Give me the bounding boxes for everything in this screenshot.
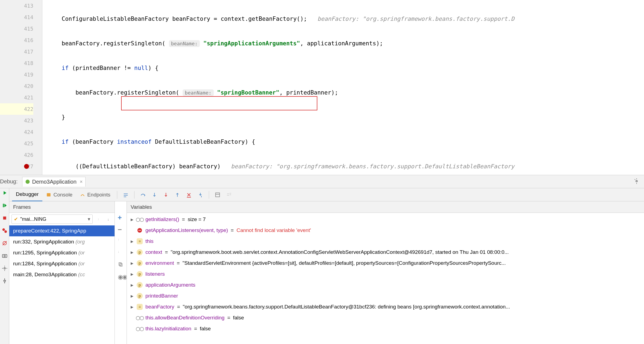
variable-row[interactable]: ▶≡beanFactory = "org.springframework.bea… xyxy=(127,301,644,312)
inline-hint: beanFactory: "org.springframework.beans.… xyxy=(317,16,514,22)
variable-row[interactable]: ▶pcontext = "org.springframework.boot.we… xyxy=(127,247,644,258)
thread-dropdown[interactable]: ✔ "mai...NING ▾ xyxy=(11,214,93,224)
view-breakpoints-icon[interactable] xyxy=(2,228,8,234)
svg-point-9 xyxy=(4,255,5,257)
code-line[interactable]: beanFactory.registerSingleton( beanName:… xyxy=(42,38,644,49)
variable-row[interactable]: ◯◯this.allowBeanDefinitionOverriding = f… xyxy=(127,312,644,323)
show-execution-point-icon[interactable] xyxy=(122,191,130,199)
gutter-line[interactable]: 417 xyxy=(0,46,33,57)
expander-icon[interactable]: ▶ xyxy=(130,305,134,309)
run-to-cursor-icon[interactable] xyxy=(196,191,204,199)
stop-icon[interactable] xyxy=(2,215,8,221)
run-config-tab[interactable]: Demo3Application × xyxy=(22,177,86,187)
variable-name: this xyxy=(145,238,154,244)
step-out-icon[interactable] xyxy=(173,191,182,199)
mid-tool-strip: + − ↑ ↓ ◉◉ xyxy=(115,201,127,344)
variable-row[interactable]: getApplicationListeners(event, type) = C… xyxy=(127,225,644,236)
camera-icon[interactable] xyxy=(2,253,8,259)
code-line[interactable]: ((DefaultListableBeanFactory) beanFactor… xyxy=(42,161,644,172)
show-watches-icon[interactable]: ◉◉ xyxy=(118,274,124,280)
svg-point-0 xyxy=(25,180,30,184)
mute-breakpoints-icon[interactable] xyxy=(2,240,8,246)
parameter-icon: p xyxy=(137,271,143,277)
variable-name: environment xyxy=(145,260,174,266)
rerun-icon[interactable] xyxy=(2,190,8,196)
svg-rect-2 xyxy=(3,204,4,207)
frame-item[interactable]: main:28, Demo3Application (cc xyxy=(9,269,115,280)
variable-row[interactable]: ▶◯◯getInitializers() = size = 7 xyxy=(127,214,644,225)
step-into-icon[interactable] xyxy=(150,191,159,199)
variable-row[interactable]: ▶pprintedBanner xyxy=(127,290,644,301)
expander-icon[interactable]: ▶ xyxy=(130,283,134,287)
separator xyxy=(117,191,117,199)
variables-list[interactable]: ▶◯◯getInitializers() = size = 7getApplic… xyxy=(127,213,644,344)
frame-list[interactable]: prepareContext:422, SpringApp run:332, S… xyxy=(9,225,115,344)
gutter-line[interactable]: 423 xyxy=(0,115,33,126)
variable-row[interactable]: ◯◯this.lazyInitialization = false xyxy=(127,323,644,334)
gutter-line[interactable]: 419 xyxy=(0,69,33,80)
parameter-icon: p xyxy=(137,249,143,255)
code-line[interactable]: if (beanFactory instanceof DefaultListab… xyxy=(42,136,644,148)
move-up-icon: ↑ xyxy=(118,237,124,243)
code-pane[interactable]: ConfigurableListableBeanFactory beanFact… xyxy=(42,0,644,175)
gutter-line[interactable]: 425 xyxy=(0,138,33,149)
remove-watch-icon[interactable]: − xyxy=(118,225,124,231)
gutter-line-current[interactable]: 422 xyxy=(0,103,33,115)
variable-name: beanFactory xyxy=(145,304,174,310)
code-line[interactable]: ConfigurableListableBeanFactory beanFact… xyxy=(42,13,644,25)
check-icon: ✔ xyxy=(14,216,18,222)
gutter-line[interactable]: 413 xyxy=(0,0,33,11)
resume-icon[interactable] xyxy=(2,202,8,208)
frame-item[interactable]: run:1295, SpringApplication (or xyxy=(9,247,115,258)
variable-row[interactable]: ▶penvironment = "StandardServletEnvironm… xyxy=(127,258,644,269)
add-watch-icon[interactable]: + xyxy=(118,213,124,219)
gutter-line[interactable]: 420 xyxy=(0,80,33,92)
expander-icon[interactable]: ▶ xyxy=(130,294,134,298)
svg-point-4 xyxy=(2,228,5,231)
variable-value: "org.springframework.beans.factory.suppo… xyxy=(183,304,510,310)
gear-icon[interactable] xyxy=(634,178,640,185)
evaluate-expression-icon[interactable] xyxy=(213,191,222,199)
variable-row[interactable]: ▶papplicationArguments xyxy=(127,280,644,290)
frame-item[interactable]: prepareContext:422, SpringApp xyxy=(9,225,115,236)
frame-item[interactable]: run:332, SpringApplication (org xyxy=(9,236,115,247)
gutter-line[interactable]: 424 xyxy=(0,126,33,138)
gutter-line[interactable]: 418 xyxy=(0,57,33,69)
gutter-line[interactable]: 421 xyxy=(0,92,33,103)
tab-debugger[interactable]: Debugger xyxy=(12,188,42,201)
variable-row[interactable]: ▶plisteners xyxy=(127,269,644,280)
expander-icon[interactable]: ▶ xyxy=(130,239,134,243)
expander-icon[interactable]: ▶ xyxy=(130,250,134,254)
tab-endpoints[interactable]: Endpoints xyxy=(76,188,114,201)
step-over-icon[interactable] xyxy=(139,191,147,199)
variable-value: Cannot find local variable 'event' xyxy=(236,227,311,233)
variable-name: applicationArguments xyxy=(145,282,195,288)
gutter-line[interactable]: 427 xyxy=(0,161,33,172)
expander-icon[interactable]: ▶ xyxy=(130,217,134,222)
watch-glasses-icon: ◯◯ xyxy=(137,326,143,332)
gutter-line[interactable]: 414 xyxy=(0,11,33,23)
expander-icon[interactable]: ▶ xyxy=(130,272,134,276)
parameter-icon: p xyxy=(137,260,143,266)
gutter-line[interactable]: 416 xyxy=(0,34,33,46)
frame-item[interactable]: run:1284, SpringApplication (or xyxy=(9,258,115,269)
separator xyxy=(209,191,209,199)
duplicate-watch-icon[interactable] xyxy=(118,261,124,267)
debug-tab-row: Debug: Demo3Application × xyxy=(0,175,644,188)
tab-console[interactable]: Console xyxy=(42,188,76,201)
code-line[interactable]: beanFactory.registerSingleton( beanName:… xyxy=(42,87,644,98)
gutter-line[interactable]: 415 xyxy=(0,23,33,34)
force-step-into-icon[interactable] xyxy=(162,191,170,199)
drop-frame-icon[interactable] xyxy=(185,191,193,199)
settings-icon[interactable] xyxy=(2,265,8,271)
variable-row[interactable]: ▶≡this xyxy=(127,236,644,247)
code-line[interactable]: if (printedBanner != null) { xyxy=(42,62,644,74)
next-frame-icon[interactable]: ↓ xyxy=(104,215,112,223)
breakpoint-icon[interactable] xyxy=(24,164,29,169)
watch-glasses-icon: ◯◯ xyxy=(137,216,143,222)
code-line[interactable]: } xyxy=(42,111,644,123)
gutter-line[interactable]: 426 xyxy=(0,149,33,161)
close-icon[interactable]: × xyxy=(79,179,83,185)
expander-icon[interactable]: ▶ xyxy=(130,261,134,265)
pin-icon[interactable] xyxy=(2,278,8,284)
